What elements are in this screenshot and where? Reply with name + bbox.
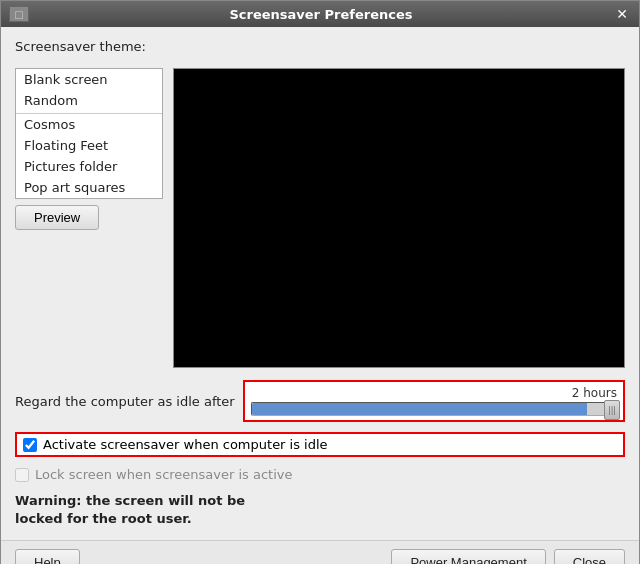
slider-thumb[interactable]: ||| (604, 400, 620, 420)
idle-row: Regard the computer as idle after 2 hour… (15, 380, 625, 422)
slider-fill (252, 403, 587, 415)
list-item-floating-feet[interactable]: Floating Feet (16, 135, 162, 156)
preview-screen (173, 68, 625, 368)
activate-row-container: Activate screensaver when computer is id… (15, 432, 625, 457)
list-item-cosmos[interactable]: Cosmos (16, 113, 162, 135)
screensaver-list[interactable]: Blank screen Random Cosmos Floating Feet… (15, 68, 163, 199)
lock-screen-checkbox[interactable] (15, 468, 29, 482)
lock-row: Lock screen when screensaver is active (15, 467, 625, 482)
list-item-pop-art-squares[interactable]: Pop art squares (16, 177, 162, 198)
idle-slider-track[interactable]: ||| (251, 402, 617, 416)
window-title: Screensaver Preferences (29, 7, 613, 22)
activate-screensaver-checkbox[interactable] (23, 438, 37, 452)
preview-button[interactable]: Preview (15, 205, 99, 230)
list-item-random[interactable]: Random (16, 90, 162, 111)
main-panel: Blank screen Random Cosmos Floating Feet… (15, 68, 625, 368)
titlebar: □ Screensaver Preferences ✕ (1, 1, 639, 27)
close-button[interactable]: Close (554, 549, 625, 564)
help-button[interactable]: Help (15, 549, 80, 564)
action-buttons: Power Management Close (391, 549, 625, 564)
bottom-bar: Help Power Management Close (1, 540, 639, 564)
window-icon: □ (14, 9, 23, 20)
idle-label: Regard the computer as idle after (15, 394, 235, 409)
idle-slider-container: 2 hours ||| (243, 380, 625, 422)
screensaver-theme-label: Screensaver theme: (15, 39, 625, 54)
preview-btn-row: Preview (15, 205, 163, 230)
activate-screensaver-label: Activate screensaver when computer is id… (43, 437, 328, 452)
content-area: Screensaver theme: Blank screen Random C… (1, 27, 639, 540)
activate-row: Activate screensaver when computer is id… (23, 437, 617, 452)
lock-screen-label: Lock screen when screensaver is active (35, 467, 293, 482)
warning-text: Warning: the screen will not be locked f… (15, 492, 625, 528)
idle-hours-value: 2 hours (251, 386, 617, 400)
close-window-button[interactable]: ✕ (613, 5, 631, 23)
main-window: □ Screensaver Preferences ✕ Screensaver … (0, 0, 640, 564)
list-item-pictures-folder[interactable]: Pictures folder (16, 156, 162, 177)
list-item-blank-screen[interactable]: Blank screen (16, 69, 162, 90)
titlebar-icon: □ (9, 6, 29, 22)
power-management-button[interactable]: Power Management (391, 549, 545, 564)
